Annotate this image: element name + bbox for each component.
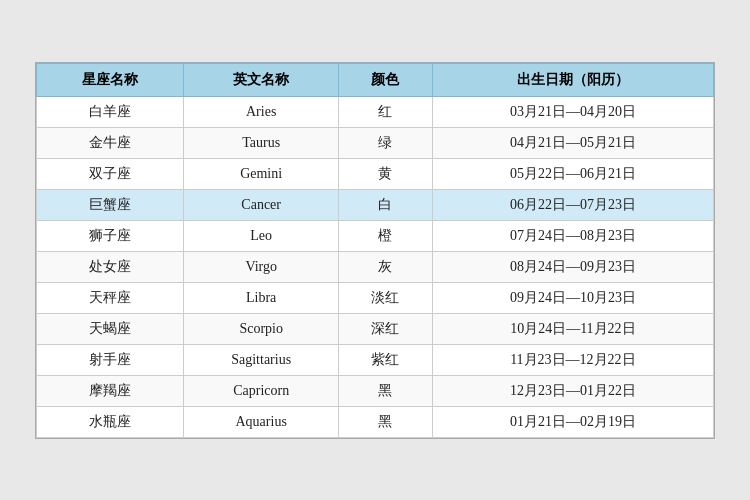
table-cell: 09月24日—10月23日 — [432, 282, 713, 313]
table-cell: 水瓶座 — [37, 406, 184, 437]
table-cell: 白羊座 — [37, 96, 184, 127]
zodiac-table: 星座名称 英文名称 颜色 出生日期（阳历） 白羊座Aries红03月21日—04… — [36, 63, 714, 438]
table-cell: 黄 — [339, 158, 433, 189]
table-cell: 12月23日—01月22日 — [432, 375, 713, 406]
table-cell: Aquarius — [184, 406, 339, 437]
table-cell: 白 — [339, 189, 433, 220]
header-chinese-name: 星座名称 — [37, 63, 184, 96]
table-header-row: 星座名称 英文名称 颜色 出生日期（阳历） — [37, 63, 714, 96]
table-cell: Libra — [184, 282, 339, 313]
table-cell: 摩羯座 — [37, 375, 184, 406]
table-cell: 绿 — [339, 127, 433, 158]
table-cell: 灰 — [339, 251, 433, 282]
table-cell: 05月22日—06月21日 — [432, 158, 713, 189]
table-cell: 处女座 — [37, 251, 184, 282]
table-cell: Capricorn — [184, 375, 339, 406]
table-row: 金牛座Taurus绿04月21日—05月21日 — [37, 127, 714, 158]
table-cell: 红 — [339, 96, 433, 127]
table-row: 摩羯座Capricorn黑12月23日—01月22日 — [37, 375, 714, 406]
table-cell: 06月22日—07月23日 — [432, 189, 713, 220]
table-cell: 黑 — [339, 406, 433, 437]
zodiac-table-container: 星座名称 英文名称 颜色 出生日期（阳历） 白羊座Aries红03月21日—04… — [35, 62, 715, 439]
table-cell: 08月24日—09月23日 — [432, 251, 713, 282]
table-cell: Cancer — [184, 189, 339, 220]
table-cell: 天蝎座 — [37, 313, 184, 344]
table-cell: Gemini — [184, 158, 339, 189]
table-row: 水瓶座Aquarius黑01月21日—02月19日 — [37, 406, 714, 437]
header-english-name: 英文名称 — [184, 63, 339, 96]
table-cell: 07月24日—08月23日 — [432, 220, 713, 251]
table-cell: 淡红 — [339, 282, 433, 313]
table-cell: 紫红 — [339, 344, 433, 375]
table-row: 天秤座Libra淡红09月24日—10月23日 — [37, 282, 714, 313]
table-row: 白羊座Aries红03月21日—04月20日 — [37, 96, 714, 127]
table-row: 处女座Virgo灰08月24日—09月23日 — [37, 251, 714, 282]
table-cell: Sagittarius — [184, 344, 339, 375]
table-cell: Virgo — [184, 251, 339, 282]
table-row: 射手座Sagittarius紫红11月23日—12月22日 — [37, 344, 714, 375]
table-cell: 11月23日—12月22日 — [432, 344, 713, 375]
table-cell: 巨蟹座 — [37, 189, 184, 220]
table-cell: 双子座 — [37, 158, 184, 189]
header-dates: 出生日期（阳历） — [432, 63, 713, 96]
table-cell: Scorpio — [184, 313, 339, 344]
table-cell: 04月21日—05月21日 — [432, 127, 713, 158]
table-cell: 03月21日—04月20日 — [432, 96, 713, 127]
table-row: 双子座Gemini黄05月22日—06月21日 — [37, 158, 714, 189]
table-cell: Leo — [184, 220, 339, 251]
table-cell: 10月24日—11月22日 — [432, 313, 713, 344]
table-cell: Taurus — [184, 127, 339, 158]
table-cell: 天秤座 — [37, 282, 184, 313]
table-cell: Aries — [184, 96, 339, 127]
table-row: 天蝎座Scorpio深红10月24日—11月22日 — [37, 313, 714, 344]
table-cell: 金牛座 — [37, 127, 184, 158]
table-cell: 橙 — [339, 220, 433, 251]
table-row: 巨蟹座Cancer白06月22日—07月23日 — [37, 189, 714, 220]
table-cell: 射手座 — [37, 344, 184, 375]
table-cell: 01月21日—02月19日 — [432, 406, 713, 437]
table-cell: 深红 — [339, 313, 433, 344]
header-color: 颜色 — [339, 63, 433, 96]
table-cell: 狮子座 — [37, 220, 184, 251]
table-row: 狮子座Leo橙07月24日—08月23日 — [37, 220, 714, 251]
table-cell: 黑 — [339, 375, 433, 406]
